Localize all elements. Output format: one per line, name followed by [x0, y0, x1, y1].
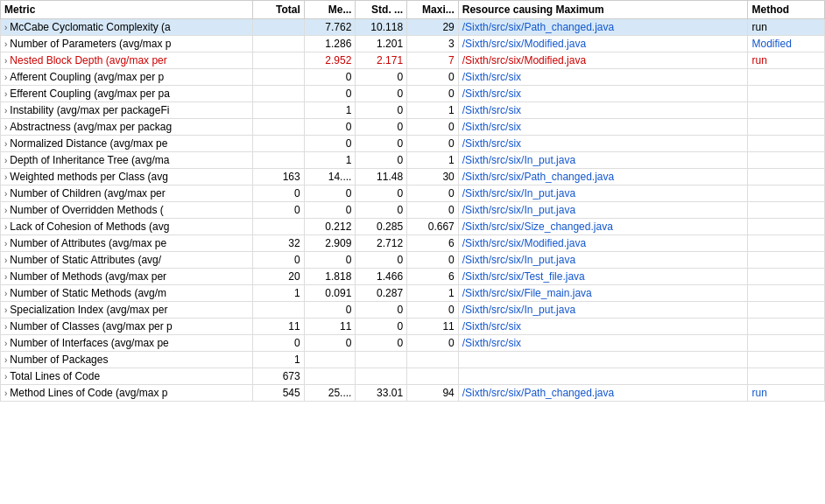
total-cell: [253, 86, 305, 102]
method-cell: [748, 152, 825, 169]
method-cell: [748, 102, 825, 119]
std-cell: 33.01: [356, 385, 407, 402]
metric-cell: ›Total Lines of Code: [1, 368, 253, 385]
resource-cell: /Sixth/src/six/Path_changed.java: [458, 385, 748, 402]
resource-cell: /Sixth/src/six/File_main.java: [458, 285, 748, 302]
expand-chevron[interactable]: ›: [4, 89, 7, 99]
header-total: Total: [253, 1, 305, 19]
std-cell: 0.285: [356, 219, 407, 235]
max-cell: 0.667: [407, 219, 459, 235]
resource-cell: /Sixth/src/six: [458, 86, 748, 102]
std-cell: 0: [356, 186, 407, 202]
resource-cell: /Sixth/src/six: [458, 335, 748, 352]
expand-chevron[interactable]: ›: [4, 289, 7, 298]
total-cell: [253, 69, 305, 86]
table-body: ›McCabe Cyclomatic Complexity (a7.76210.…: [1, 19, 825, 402]
metrics-table: MetricTotalMe...Std. ...Maxi...Resource …: [0, 0, 825, 402]
method-cell: [748, 252, 825, 269]
expand-chevron[interactable]: ›: [4, 222, 7, 232]
table-row: ›Depth of Inheritance Tree (avg/ma101/Si…: [1, 152, 825, 169]
expand-chevron[interactable]: ›: [4, 206, 7, 215]
method-cell: [748, 202, 825, 219]
resource-cell: /Sixth/src/six/In_put.java: [458, 152, 748, 169]
total-cell: 1: [253, 285, 305, 302]
std-cell: 1.466: [356, 269, 407, 285]
max-cell: 0: [407, 136, 459, 152]
table-row: ›Method Lines of Code (avg/max p54525...…: [1, 385, 825, 402]
header-resource: Resource causing Maximum: [458, 1, 748, 19]
expand-chevron[interactable]: ›: [4, 172, 7, 182]
total-cell: [253, 102, 305, 119]
expand-chevron[interactable]: ›: [4, 56, 7, 66]
resource-cell: /Sixth/src/six/Size_changed.java: [458, 219, 748, 235]
resource-cell: /Sixth/src/six: [458, 119, 748, 136]
header-method: Method: [748, 1, 825, 19]
max-cell: 0: [407, 302, 459, 318]
metric-cell: ›Lack of Cohesion of Methods (avg: [1, 219, 253, 235]
mean-cell: [304, 368, 356, 385]
metric-cell: ›Number of Parameters (avg/max p: [1, 36, 253, 52]
metric-label: Instability (avg/max per packageFi: [10, 104, 169, 116]
metric-cell: ›Specialization Index (avg/max per: [1, 302, 253, 318]
metric-cell: ›Number of Overridden Methods (: [1, 202, 253, 219]
mean-cell: 0: [304, 302, 356, 318]
expand-chevron[interactable]: ›: [4, 272, 7, 282]
expand-chevron[interactable]: ›: [4, 305, 7, 315]
max-cell: 6: [407, 235, 459, 252]
table-row: ›Number of Packages1: [1, 352, 825, 368]
expand-chevron[interactable]: ›: [4, 23, 7, 32]
expand-chevron[interactable]: ›: [4, 106, 7, 116]
table-row: ›Weighted methods per Class (avg16314...…: [1, 169, 825, 186]
mean-cell: 1: [304, 102, 356, 119]
expand-chevron[interactable]: ›: [4, 355, 7, 365]
method-cell: [748, 169, 825, 186]
method-cell: [748, 86, 825, 102]
std-cell: 0: [356, 335, 407, 352]
max-cell: 3: [407, 36, 459, 52]
metric-label: Number of Children (avg/max per: [10, 187, 165, 200]
expand-chevron[interactable]: ›: [4, 322, 7, 332]
metric-cell: ›Number of Methods (avg/max per: [1, 269, 253, 285]
max-cell: 0: [407, 186, 459, 202]
std-cell: 2.171: [356, 52, 407, 69]
std-cell: 0: [356, 119, 407, 136]
std-cell: 0: [356, 136, 407, 152]
table-row: ›Number of Parameters (avg/max p1.2861.2…: [1, 36, 825, 52]
max-cell: 1: [407, 152, 459, 169]
max-cell: 0: [407, 202, 459, 219]
expand-chevron[interactable]: ›: [4, 122, 7, 132]
std-cell: 2.712: [356, 235, 407, 252]
table-row: ›Number of Overridden Methods (0000/Sixt…: [1, 202, 825, 219]
metrics-table-container: MetricTotalMe...Std. ...Maxi...Resource …: [0, 0, 825, 402]
method-cell: Modified: [748, 36, 825, 52]
method-cell: [748, 219, 825, 235]
expand-chevron[interactable]: ›: [4, 73, 7, 82]
table-row: ›McCabe Cyclomatic Complexity (a7.76210.…: [1, 19, 825, 36]
expand-chevron[interactable]: ›: [4, 256, 7, 265]
mean-cell: 0: [304, 136, 356, 152]
metric-label: Number of Interfaces (avg/max pe: [10, 337, 168, 349]
mean-cell: 0: [304, 69, 356, 86]
expand-chevron[interactable]: ›: [4, 339, 7, 348]
total-cell: 0: [253, 252, 305, 269]
expand-chevron[interactable]: ›: [4, 372, 7, 382]
std-cell: 11.48: [356, 169, 407, 186]
expand-chevron[interactable]: ›: [4, 189, 7, 199]
expand-chevron[interactable]: ›: [4, 239, 7, 248]
resource-cell: /Sixth/src/six/Modified.java: [458, 52, 748, 69]
metric-cell: ›Afferent Coupling (avg/max per p: [1, 69, 253, 86]
mean-cell: 7.762: [304, 19, 356, 36]
expand-chevron[interactable]: ›: [4, 156, 7, 165]
table-row: ›Total Lines of Code673: [1, 368, 825, 385]
expand-chevron[interactable]: ›: [4, 388, 7, 398]
mean-cell: 1.286: [304, 36, 356, 52]
total-cell: 0: [253, 335, 305, 352]
resource-cell: /Sixth/src/six/In_put.java: [458, 186, 748, 202]
metric-cell: ›Normalized Distance (avg/max pe: [1, 136, 253, 152]
expand-chevron[interactable]: ›: [4, 139, 7, 149]
metric-label: Number of Parameters (avg/max p: [10, 38, 171, 50]
std-cell: 0: [356, 202, 407, 219]
method-cell: [748, 69, 825, 86]
expand-chevron[interactable]: ›: [4, 39, 7, 49]
total-cell: [253, 152, 305, 169]
